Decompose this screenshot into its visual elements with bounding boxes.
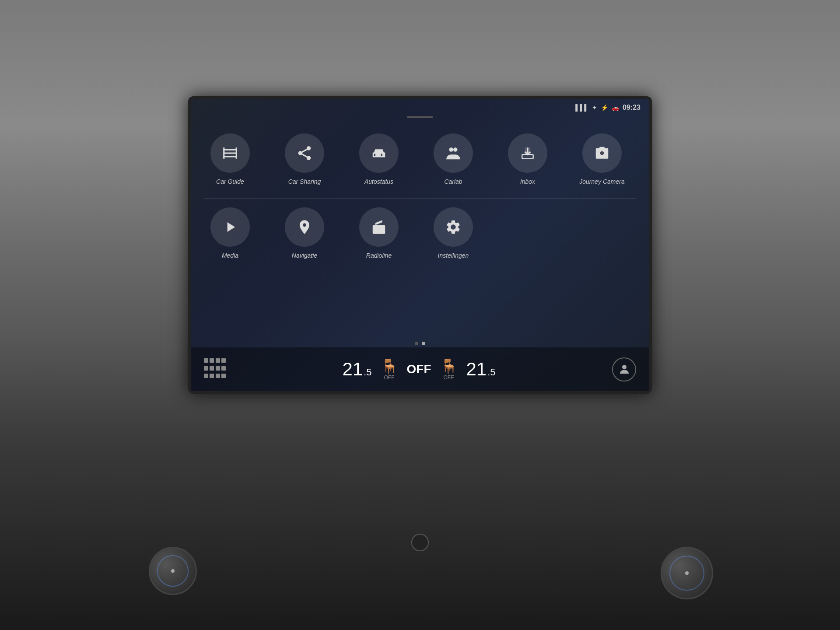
app-label-autostatus: Autostatus [364,178,393,185]
people-icon [445,145,462,161]
seat-icon-right: 🪑 [440,358,458,374]
knob-right[interactable] [661,547,713,599]
app-icon-circle-radioline[interactable] [359,207,399,247]
svg-marker-10 [228,222,235,232]
status-time: 09:23 [623,104,640,112]
app-label-journey-camera: Journey Camera [579,178,625,185]
app-item-carlab[interactable]: Carlab [427,133,480,185]
temp-display-left[interactable]: 21 .5 [342,359,371,380]
screen: ▌▌▌ ✦ ⚡ 🚗 09:23 [191,99,649,391]
grid-dot [204,374,208,378]
off-label-center[interactable]: OFF [407,362,431,376]
app-label-car-sharing: Car Sharing [288,178,321,185]
apps-section: Car Guide Car [191,120,649,340]
user-avatar-icon [618,363,631,376]
app-icon-circle-journey-camera[interactable] [582,133,622,173]
svg-line-3 [302,154,307,157]
knob-ring-left [157,555,189,587]
grid-dot [221,366,226,371]
bottom-center-climate: 21 .5 🪑 OFF OFF 🪑 OFF [342,358,495,381]
app-item-autostatus[interactable]: Autostatus [353,133,405,185]
grid-dot [204,358,208,363]
app-label-instellingen: Instellingen [438,252,469,259]
svg-line-4 [302,149,307,152]
grid-dot [210,358,214,363]
signal-icon: ▌▌▌ [575,104,588,111]
temp-decimal-right: .5 [487,367,495,378]
download-icon [519,145,536,161]
temp-display-right[interactable]: 21 .5 [466,359,496,380]
status-bar: ▌▌▌ ✦ ⚡ 🚗 09:23 [191,99,649,116]
app-icon-circle-navigatie[interactable] [285,207,324,247]
svg-point-6 [453,147,458,152]
book-icon [222,145,238,161]
svg-point-0 [307,146,311,150]
radio-icon [371,219,387,235]
svg-point-13 [381,228,382,230]
app-item-inbox[interactable]: Inbox [501,133,554,185]
knob-ring-right [669,556,704,591]
app-item-car-sharing[interactable]: Car Sharing [278,133,331,185]
seat-label-right: OFF [444,374,454,381]
seat-control-left[interactable]: 🪑 OFF [381,358,398,381]
apps-row-bottom: Media Navigatie [204,199,636,268]
app-label-carlab: Carlab [444,178,462,185]
app-icon-circle-media[interactable] [210,207,250,247]
bluetooth-icon: ⚡ [601,104,608,111]
share-icon [296,145,313,161]
grid-dot [204,366,208,371]
grid-dot [216,374,220,378]
app-item-media[interactable]: Media [204,207,256,259]
play-icon [222,219,238,235]
profile-icon[interactable] [612,357,636,382]
knob-dot-left [171,569,175,573]
app-label-car-guide: Car Guide [216,178,244,185]
grid-dot [210,374,214,378]
bottom-right [612,357,636,382]
svg-point-1 [298,151,303,155]
screen-container: ▌▌▌ ✦ ⚡ 🚗 09:23 [188,96,652,394]
home-button[interactable] [411,534,429,551]
svg-rect-14 [374,228,378,231]
camera-icon [594,145,610,161]
app-label-radioline: Radioline [366,252,392,259]
svg-point-2 [307,156,311,160]
app-label-inbox: Inbox [520,178,535,185]
grid-dot [216,358,220,363]
bottom-left [204,358,226,380]
app-icon-circle-carlab[interactable] [434,133,473,173]
car-body: ▌▌▌ ✦ ⚡ 🚗 09:23 [0,0,840,630]
location-icon [296,219,313,235]
svg-point-15 [622,365,626,369]
car-front-icon [371,145,387,161]
app-item-instellingen[interactable]: Instellingen [427,207,480,259]
app-icon-circle-autostatus[interactable] [359,133,399,173]
knob-dot-right [685,571,689,575]
apps-row-top: Car Guide Car [204,125,636,199]
temp-value-right: 21 [466,359,487,380]
car-status-icon: 🚗 [612,104,619,111]
app-item-car-guide[interactable]: Car Guide [204,133,256,185]
page-dot-2[interactable] [422,342,425,345]
app-item-journey-camera[interactable]: Journey Camera [576,133,628,185]
bottom-bar: 21 .5 🪑 OFF OFF 🪑 OFF [191,347,649,391]
app-label-media: Media [222,252,238,259]
app-icon-circle-car-guide[interactable] [210,133,250,173]
wifi-icon: ✦ [592,104,597,111]
grid-dot [216,366,220,371]
knob-left[interactable] [149,547,197,595]
seat-icon-left: 🪑 [381,358,398,374]
app-item-navigatie[interactable]: Navigatie [278,207,331,259]
drag-indicator [407,116,433,118]
app-item-radioline[interactable]: Radioline [353,207,405,259]
app-icon-circle-instellingen[interactable] [434,207,473,247]
grid-dot [210,366,214,371]
app-icon-circle-inbox[interactable] [508,133,547,173]
svg-point-5 [449,147,454,152]
seat-control-right[interactable]: 🪑 OFF [440,358,458,381]
page-dot-1[interactable] [415,342,418,345]
app-icon-circle-car-sharing[interactable] [285,133,324,173]
menu-grid-icon[interactable] [204,358,226,380]
page-dots [191,340,649,347]
temp-value-left: 21 [342,359,363,380]
